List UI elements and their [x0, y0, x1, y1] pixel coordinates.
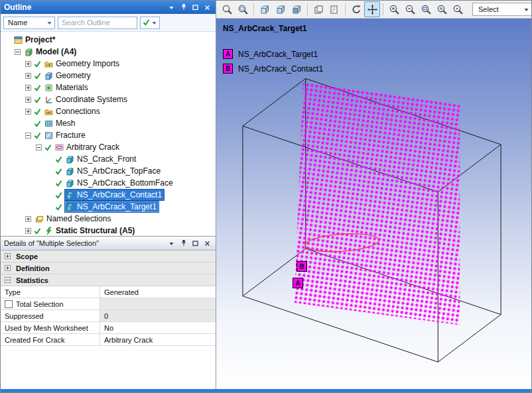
details-row-suppressed: Suppressed0	[1, 310, 216, 322]
tree-item-mesh[interactable]: Mesh	[1, 117, 216, 129]
tree-item-ns-arbcrack-contact1[interactable]: NS_ArbCrack_Contact1	[1, 189, 216, 201]
model-icon	[25, 48, 34, 56]
pan-view-icon[interactable]	[364, 1, 380, 17]
pin-icon[interactable]	[178, 238, 188, 248]
box-zoom-icon[interactable]	[418, 1, 434, 17]
tree-item-geometry-imports[interactable]: Geometry Imports	[1, 58, 216, 70]
tree-item-materials[interactable]: Materials	[1, 82, 216, 93]
details-row-used-by-mesh-worksheet: Used by Mesh WorksheetNo	[1, 322, 216, 334]
search-outline-input[interactable]	[58, 17, 137, 29]
outline-filter-button[interactable]	[140, 17, 160, 29]
legend-keybox-B: B	[223, 64, 233, 74]
scale-box-icon[interactable]	[273, 1, 289, 17]
chevron-down-icon	[151, 17, 157, 28]
zoom-in-view-icon[interactable]	[386, 1, 402, 17]
scene-canvas	[216, 19, 531, 389]
select-mode-dropdown[interactable]: Select	[472, 3, 532, 16]
name-filter-dropdown[interactable]: Name	[3, 17, 55, 29]
details-section-scope[interactable]: Scope	[1, 251, 216, 262]
tree-item-connections[interactable]: Connections	[1, 105, 216, 117]
expand-plus-icon[interactable]	[25, 108, 32, 115]
isometric-box-icon[interactable]	[257, 1, 273, 17]
zoom-out-view-icon[interactable]	[402, 1, 418, 17]
tree-item-label: Fracture	[56, 131, 86, 140]
checkbox[interactable]	[5, 300, 13, 308]
tree-item-label: NS_ArbCrack_BottomFace	[77, 178, 173, 188]
mesh-icon	[44, 119, 54, 128]
chevron-down-icon[interactable]	[166, 239, 176, 249]
expand-plus-icon[interactable]	[25, 84, 32, 91]
close-icon[interactable]	[202, 3, 212, 13]
tree-item-label: NS_ArbCrack_Target1	[77, 202, 157, 211]
property-label: Suppressed	[5, 312, 44, 320]
details-property-value[interactable]: Generated	[100, 286, 216, 298]
tree-item-label: Model (A4)	[36, 47, 76, 56]
expander-spacer	[46, 203, 53, 211]
expand-plus-icon[interactable]	[4, 264, 11, 272]
expand-plus-icon[interactable]	[25, 72, 32, 80]
tree-item-fracture[interactable]: Fracture	[1, 129, 216, 141]
details-property-name: Total Selection	[1, 298, 100, 309]
details-property-value[interactable]: Arbitrary Crack	[100, 334, 216, 345]
chevron-down-icon	[46, 20, 52, 26]
legend-label: NS_ArbCrack_Contact1	[238, 64, 323, 74]
check-icon	[55, 203, 64, 211]
check-icon	[143, 17, 150, 28]
details-section-statistics[interactable]: Statistics	[1, 274, 216, 286]
collapse-minus-icon[interactable]	[35, 144, 42, 151]
tree-item-label: Mesh	[56, 119, 75, 128]
tree-item-static-structural-a5[interactable]: Static Structural (A5)	[1, 225, 216, 236]
left-column: Outline Name Project*Model (A4)Geomet	[1, 1, 216, 389]
tree-item-coordinate-systems[interactable]: Coordinate Systems	[1, 93, 216, 105]
tree-item-ns-arbcrack-target1[interactable]: NS_ArbCrack_Target1	[1, 201, 216, 213]
expand-plus-icon[interactable]	[25, 215, 32, 223]
crack-icon	[55, 143, 64, 152]
tree-item-arbitrary-crack[interactable]: Arbitrary Crack	[1, 141, 216, 153]
select-body-icon[interactable]	[326, 1, 342, 17]
tree-item-label: Geometry	[56, 71, 91, 80]
tree-item-project[interactable]: Project*	[1, 34, 216, 46]
maximize-icon[interactable]	[190, 239, 200, 249]
toolbar-separator	[345, 3, 346, 15]
tree-item-ns-crack-front[interactable]: NS_Crack_Front	[1, 153, 216, 165]
details-property-name: Suppressed	[1, 310, 100, 321]
pin-icon[interactable]	[178, 2, 188, 12]
tree-item-named-selections[interactable]: Named Selections	[1, 213, 216, 225]
collapse-minus-icon[interactable]	[14, 48, 21, 56]
expand-plus-icon[interactable]	[25, 227, 32, 235]
details-section-label: Statistics	[16, 276, 48, 284]
magnifier-select-icon[interactable]	[235, 1, 251, 17]
fit-view-icon[interactable]	[434, 1, 450, 17]
tree-item-geometry[interactable]: Geometry	[1, 70, 216, 82]
expand-plus-icon[interactable]	[25, 96, 32, 103]
tree-item-model-a4[interactable]: Model (A4)	[1, 46, 216, 58]
zoom-magnifier-icon[interactable]	[450, 1, 466, 17]
details-row-created-for-crack: Created For CrackArbitrary Crack	[1, 334, 216, 346]
details-section-definition[interactable]: Definition	[1, 262, 216, 274]
named-selection-icon	[66, 155, 75, 164]
expand-plus-icon[interactable]	[25, 60, 32, 68]
magnifier-icon[interactable]	[219, 1, 235, 17]
details-property-value[interactable]	[100, 298, 216, 309]
collapse-minus-icon[interactable]	[25, 132, 32, 139]
main-area: Outline Name Project*Model (A4)Geomet	[1, 1, 531, 389]
details-property-value[interactable]: No	[100, 322, 216, 333]
legend-keybox-A: A	[223, 49, 233, 59]
property-label: Used by Mesh Worksheet	[5, 324, 88, 332]
details-pane-header: Details of "Multiple Selection"	[1, 237, 216, 251]
rotate-view-icon[interactable]	[348, 1, 364, 17]
chevron-down-icon[interactable]	[166, 3, 176, 13]
check-icon	[55, 192, 64, 199]
maximize-icon[interactable]	[190, 3, 200, 13]
expand-plus-icon[interactable]	[4, 253, 11, 260]
mesh-display-icon[interactable]	[289, 1, 304, 17]
collapse-minus-icon[interactable]	[4, 276, 11, 284]
tree-item-ns-arbcrack-bottomface[interactable]: NS_ArbCrack_BottomFace	[1, 177, 216, 189]
select-items-icon[interactable]	[310, 1, 326, 17]
details-property-value[interactable]: 0	[100, 310, 216, 321]
tree-item-ns-arbcrack-topface[interactable]: NS_ArbCrack_TopFace	[1, 165, 216, 177]
3d-viewport[interactable]: NS_ArbCrack_Target1 ANS_ArbCrack_Target1…	[216, 19, 531, 389]
property-label: Created For Crack	[5, 336, 64, 344]
graphics-pane: Select	[216, 1, 531, 389]
close-icon[interactable]	[202, 239, 212, 249]
